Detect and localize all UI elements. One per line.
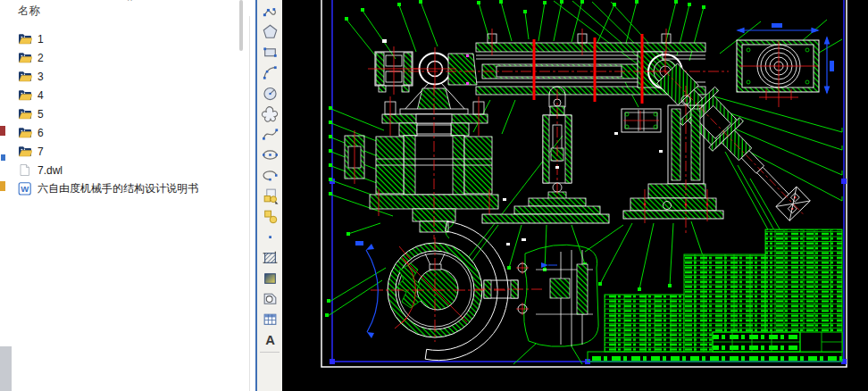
background-window-strip bbox=[0, 0, 12, 391]
archive-folder-icon bbox=[18, 32, 32, 46]
file-item-label: 1 bbox=[38, 33, 44, 46]
window-fragment-icon bbox=[0, 181, 5, 191]
file-item-label: 7.dwl bbox=[38, 164, 63, 177]
file-list-item[interactable]: 2 bbox=[12, 48, 243, 67]
file-list-item[interactable]: 7 bbox=[12, 142, 243, 161]
point-icon bbox=[262, 229, 279, 245]
arc-tool-button[interactable] bbox=[258, 62, 281, 83]
toolbar-divider bbox=[260, 352, 280, 353]
assembly-drawing bbox=[282, 0, 868, 391]
make-block-icon bbox=[262, 208, 279, 225]
rectangle-icon bbox=[262, 44, 279, 61]
point-tool-button[interactable] bbox=[258, 227, 281, 247]
app-window: 名称 ^ 12345677.dwlW六自由度机械手的结构设计说明书 A bbox=[0, 0, 868, 391]
polygon-tool-button[interactable] bbox=[258, 21, 281, 42]
cad-canvas[interactable] bbox=[282, 0, 868, 391]
multiline-text-tool-button[interactable]: A bbox=[258, 329, 281, 350]
multiline-text-icon: A bbox=[262, 331, 279, 348]
word-doc-icon: W bbox=[18, 182, 32, 196]
view-ground-and-pedestal bbox=[482, 86, 723, 234]
table-icon bbox=[262, 311, 279, 328]
svg-text:A: A bbox=[265, 333, 275, 347]
view-lift-cylinder bbox=[543, 89, 661, 204]
file-explorer-panel: 名称 ^ 12345677.dwlW六自由度机械手的结构设计说明书 bbox=[12, 0, 255, 391]
gradient-tool-button[interactable] bbox=[258, 268, 281, 288]
archive-folder-icon bbox=[18, 70, 32, 83]
file-item-label: 4 bbox=[38, 89, 44, 102]
draw-toolbar: A bbox=[255, 0, 282, 391]
ellipse-icon bbox=[262, 146, 279, 163]
revision-cloud-tool-button[interactable] bbox=[258, 104, 281, 124]
circle-icon bbox=[262, 85, 279, 102]
polygon-icon bbox=[262, 23, 279, 40]
file-list-item[interactable]: W六自由度机械手的结构设计说明书 bbox=[12, 179, 243, 198]
ellipse-arc-icon bbox=[262, 167, 279, 184]
hatch-tool-button[interactable] bbox=[258, 247, 281, 268]
window-fragment-icon bbox=[0, 126, 5, 136]
file-list-item[interactable]: 3 bbox=[12, 67, 243, 86]
file-item-label: 5 bbox=[38, 108, 44, 121]
arc-icon bbox=[262, 64, 279, 81]
file-list-item[interactable]: 5 bbox=[12, 104, 243, 123]
spline-tool-button[interactable] bbox=[258, 124, 281, 145]
rectangle-tool-button[interactable] bbox=[258, 42, 281, 62]
insert-block-tool-button[interactable] bbox=[258, 186, 281, 206]
ellipse-tool-button[interactable] bbox=[258, 145, 281, 165]
spline-icon bbox=[262, 126, 279, 143]
window-fragment-icon bbox=[1, 154, 5, 161]
file-list-item[interactable]: 6 bbox=[12, 123, 243, 142]
view-base-column bbox=[345, 85, 498, 239]
file-icon bbox=[18, 163, 32, 177]
polyline-icon bbox=[262, 3, 279, 20]
file-list: 12345677.dwlW六自由度机械手的结构设计说明书 bbox=[12, 29, 243, 198]
draw-toolbar-buttons: A bbox=[257, 0, 282, 350]
file-item-label: 六自由度机械手的结构设计说明书 bbox=[38, 181, 198, 196]
view-top-left-bracket bbox=[368, 39, 420, 95]
archive-folder-icon bbox=[18, 107, 32, 121]
region-tool-button[interactable] bbox=[258, 288, 281, 309]
column-header-name[interactable]: 名称 bbox=[18, 4, 40, 19]
circle-tool-button[interactable] bbox=[258, 83, 281, 104]
file-item-label: 6 bbox=[38, 127, 44, 139]
revision-cloud-icon bbox=[262, 105, 279, 122]
archive-folder-icon bbox=[18, 88, 32, 102]
archive-folder-icon bbox=[18, 145, 32, 158]
view-gripper-side bbox=[475, 245, 598, 346]
file-item-label: 2 bbox=[38, 52, 44, 64]
gradient-icon bbox=[262, 270, 279, 287]
file-list-scrollbar[interactable] bbox=[239, 0, 243, 51]
file-item-label: 7 bbox=[38, 146, 44, 158]
ellipse-arc-tool-button[interactable] bbox=[258, 165, 281, 186]
window-fragment-frame bbox=[0, 346, 12, 391]
file-item-label: 3 bbox=[38, 71, 44, 83]
svg-text:W: W bbox=[21, 184, 29, 194]
title-block bbox=[713, 332, 842, 352]
sort-caret-icon: ^ bbox=[128, 0, 132, 6]
file-list-item[interactable]: 7.dwl bbox=[12, 161, 243, 179]
polyline-tool-button[interactable] bbox=[258, 1, 281, 21]
panel-divider bbox=[249, 16, 250, 391]
table-tool-button[interactable] bbox=[258, 309, 281, 329]
file-list-item[interactable]: 4 bbox=[12, 86, 243, 104]
annotation-specks bbox=[503, 132, 663, 245]
archive-folder-icon bbox=[18, 126, 32, 139]
insert-block-icon bbox=[262, 187, 279, 204]
region-icon bbox=[262, 290, 279, 307]
view-gripper-mount-top bbox=[737, 23, 834, 107]
make-block-tool-button[interactable] bbox=[258, 206, 281, 227]
archive-folder-icon bbox=[18, 51, 32, 64]
file-list-item[interactable]: 1 bbox=[12, 29, 243, 48]
hatch-icon bbox=[262, 249, 279, 266]
